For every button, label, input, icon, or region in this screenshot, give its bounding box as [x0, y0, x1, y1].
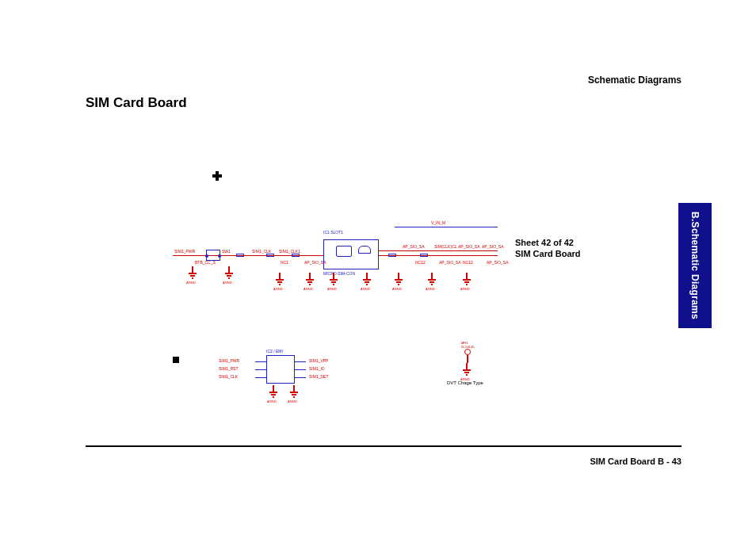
- ic1-part: MICRO-SIM-CON: [323, 271, 355, 276]
- pin-wire: [255, 361, 266, 362]
- net-label: SIM1_CLK: [252, 249, 271, 254]
- net-label: SIM1_CLK1: [279, 249, 300, 254]
- net-label: AP_SIO_SA: [439, 260, 461, 265]
- net-label: V_IN_M: [431, 220, 445, 225]
- net-label: NC12: [463, 260, 473, 265]
- dvt-note: DVT Chage Type: [447, 380, 483, 385]
- resistor-icon: [236, 254, 244, 257]
- ic2-ref: IC2 / EMI: [266, 349, 283, 353]
- ground-symbol-icon: AGND: [428, 273, 436, 284]
- resistor-icon: [292, 254, 300, 257]
- pin-wire: [255, 377, 266, 378]
- document-page: Schematic Diagrams SIM Card Board B.Sche…: [0, 0, 756, 535]
- wire: [395, 227, 498, 227]
- pin-wire: [295, 361, 306, 362]
- mounting-hole-icon: [464, 349, 471, 355]
- pin-wire: [295, 377, 306, 378]
- ground-symbol-icon: AGND: [269, 385, 277, 396]
- resistor-icon: [420, 254, 428, 257]
- ground-symbol-icon: AGND: [363, 273, 371, 284]
- ground-symbol-icon: AGND: [189, 266, 197, 277]
- ic1-ref: IC1 SLOT1: [323, 230, 343, 235]
- net-label: AP_SIO_SA: [487, 260, 509, 265]
- ic-notch-icon: [358, 246, 371, 254]
- wire-bus: [379, 250, 498, 251]
- net-label: BTB_CC_S: [195, 260, 216, 265]
- net-label: NC12: [415, 260, 426, 265]
- net-label: SIM1_CLK: [219, 374, 238, 379]
- net-label: SIM1_RST: [219, 366, 238, 371]
- section-header: Schematic Diagrams: [588, 75, 682, 86]
- ground-symbol-icon: AGND: [290, 385, 298, 396]
- ground-symbol-icon: AGND: [276, 273, 284, 284]
- footer-rule: [86, 445, 682, 447]
- ground-symbol-icon: AGND: [306, 273, 314, 284]
- ground-symbol-icon: AGND: [225, 266, 233, 277]
- page-footer: SIM Card Board B - 43: [590, 457, 682, 466]
- net-label: SIM1_PWR: [174, 249, 195, 254]
- ground-symbol-icon: AGND: [463, 273, 471, 284]
- mh-part: G-2x0.45: [461, 345, 474, 349]
- pin-wire: [255, 369, 266, 370]
- ground-symbol-icon: AGND: [463, 363, 471, 374]
- net-label: NC1: [281, 260, 288, 265]
- resistor-icon: [388, 254, 396, 257]
- net-label: SW1: [222, 249, 231, 254]
- net-label: SIM(CLK)C1: [434, 244, 456, 249]
- page-title: SIM Card Board: [86, 95, 187, 111]
- net-label: SIM1_DET: [309, 374, 328, 379]
- side-tab: B.Schematic Diagrams: [678, 203, 712, 328]
- net-label: AP_SIO_SA: [304, 260, 326, 265]
- ic-emi: [266, 355, 295, 384]
- ground-symbol-icon: AGND: [395, 273, 403, 284]
- ic-inner-icon: [336, 246, 352, 257]
- fiducial-mark-icon: [212, 171, 222, 181]
- switch-symbol-icon: [206, 250, 220, 261]
- pin-wire: [295, 369, 306, 370]
- side-tab-label: B.Schematic Diagrams: [689, 212, 701, 319]
- net-label: AP_SIO_SA: [403, 244, 425, 249]
- net-label: SIM1_VPP: [309, 358, 328, 363]
- net-label: AP_SIO_SA: [482, 244, 504, 249]
- net-label: SIM1_IO: [309, 366, 325, 371]
- resistor-icon: [266, 254, 274, 257]
- schematic-canvas: IC1 SLOT1 MICRO-SIM-CON SIM1_PWR BTB_CC_…: [86, 143, 656, 412]
- net-label: SIM1_PWR: [219, 358, 239, 363]
- wire: [467, 355, 468, 363]
- fiducial-mark-icon: [173, 357, 179, 363]
- net-label: AP_SIO_SA: [458, 244, 480, 249]
- ground-symbol-icon: AGND: [330, 273, 338, 284]
